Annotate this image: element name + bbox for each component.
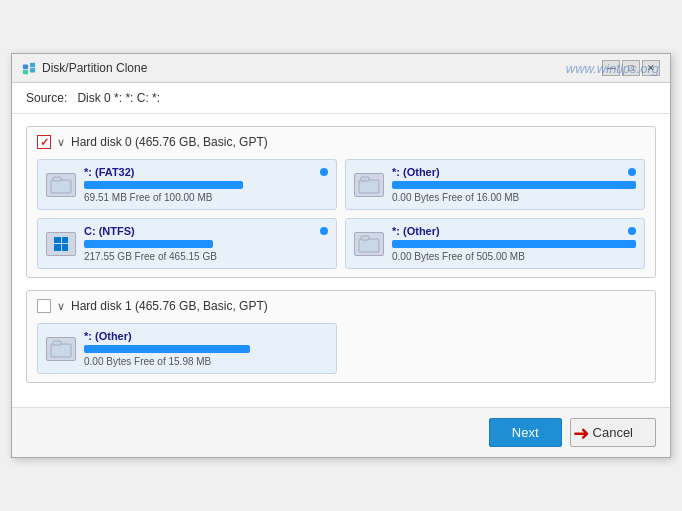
svg-rect-0: [23, 65, 28, 69]
disk1-title: Hard disk 1 (465.76 GB, Basic, GPT): [71, 299, 268, 313]
disk1-group: ∨ Hard disk 1 (465.76 GB, Basic, GPT): [26, 290, 656, 383]
partition-icon-other1: [354, 173, 384, 197]
partition-size-ntfs: 217.55 GB Free of 465.15 GB: [84, 251, 328, 262]
partition-ntfs[interactable]: C: (NTFS) 217.55 GB Free of 465.15 GB: [37, 218, 337, 269]
svg-rect-1: [30, 63, 35, 67]
usage-bar-ntfs: [84, 240, 213, 248]
cancel-button[interactable]: Cancel: [570, 418, 656, 447]
svg-rect-11: [53, 341, 61, 345]
partition-fat32[interactable]: *: (FAT32) 69.51 MB Free of 100.00 MB: [37, 159, 337, 210]
partition-size-fat32: 69.51 MB Free of 100.00 MB: [84, 192, 328, 203]
svg-rect-8: [359, 239, 379, 252]
partition-icon-disk1-other: [46, 337, 76, 361]
partition-info-other1: *: (Other) 0.00 Bytes Free of 16.00 MB: [392, 166, 636, 203]
partition-size-other2: 0.00 Bytes Free of 505.00 MB: [392, 251, 636, 262]
svg-rect-3: [30, 68, 35, 72]
disk1-checkbox[interactable]: [37, 299, 51, 313]
window-title: Disk/Partition Clone: [42, 61, 147, 75]
partition-size-disk1-other: 0.00 Bytes Free of 15.98 MB: [84, 356, 328, 367]
partition-info-other2: *: (Other) 0.00 Bytes Free of 505.00 MB: [392, 225, 636, 262]
partition-dot-other2: [628, 227, 636, 235]
partition-disk1-other[interactable]: *: (Other) 0.00 Bytes Free of 15.98 MB: [37, 323, 337, 374]
partition-dot-other1: [628, 168, 636, 176]
svg-rect-6: [359, 180, 379, 193]
svg-rect-2: [23, 70, 28, 74]
title-controls: — □ ✕: [602, 60, 660, 76]
svg-rect-4: [51, 180, 71, 193]
disk0-title: Hard disk 0 (465.76 GB, Basic, GPT): [71, 135, 268, 149]
disk0-partitions: *: (FAT32) 69.51 MB Free of 100.00 MB: [37, 159, 645, 269]
usage-bar-fat32: [84, 181, 243, 189]
content-area: ∨ Hard disk 0 (465.76 GB, Basic, GPT): [12, 114, 670, 407]
partition-dot-ntfs: [320, 227, 328, 235]
disk0-group: ∨ Hard disk 0 (465.76 GB, Basic, GPT): [26, 126, 656, 278]
window-icon: [22, 61, 36, 75]
svg-rect-10: [51, 344, 71, 357]
partition-name-other1: *: (Other): [392, 166, 636, 178]
minimize-button[interactable]: —: [602, 60, 620, 76]
source-value: Disk 0 *: *: C: *:: [77, 91, 160, 105]
partition-other2[interactable]: *: (Other) 0.00 Bytes Free of 505.00 MB: [345, 218, 645, 269]
usage-bar-other2: [392, 240, 636, 248]
partition-size-other1: 0.00 Bytes Free of 16.00 MB: [392, 192, 636, 203]
partition-name-other2: *: (Other): [392, 225, 636, 237]
next-button[interactable]: Next: [489, 418, 562, 447]
svg-rect-9: [361, 236, 369, 240]
disk0-chevron[interactable]: ∨: [57, 136, 65, 149]
source-row: Source: Disk 0 *: *: C: *:: [12, 83, 670, 114]
disk1-header: ∨ Hard disk 1 (465.76 GB, Basic, GPT): [37, 299, 645, 313]
partition-other1[interactable]: *: (Other) 0.00 Bytes Free of 16.00 MB: [345, 159, 645, 210]
partition-name-fat32: *: (FAT32): [84, 166, 328, 178]
usage-bar-disk1-other: [84, 345, 250, 353]
partition-info-disk1-other: *: (Other) 0.00 Bytes Free of 15.98 MB: [84, 330, 328, 367]
close-button[interactable]: ✕: [642, 60, 660, 76]
partition-info-fat32: *: (FAT32) 69.51 MB Free of 100.00 MB: [84, 166, 328, 203]
disk1-chevron[interactable]: ∨: [57, 300, 65, 313]
source-label: Source:: [26, 91, 67, 105]
windows-logo: [54, 237, 68, 251]
usage-bar-other1: [392, 181, 636, 189]
footer: Next ➜ Cancel: [12, 407, 670, 457]
maximize-button[interactable]: □: [622, 60, 640, 76]
svg-rect-5: [53, 177, 61, 181]
partition-name-ntfs: C: (NTFS): [84, 225, 328, 237]
title-bar-left: Disk/Partition Clone: [22, 61, 147, 75]
title-bar: Disk/Partition Clone — □ ✕: [12, 54, 670, 83]
partition-icon-fat32: [46, 173, 76, 197]
partition-icon-other2: [354, 232, 384, 256]
disk1-partitions: *: (Other) 0.00 Bytes Free of 15.98 MB: [37, 323, 645, 374]
main-window: Disk/Partition Clone — □ ✕ Source: Disk …: [11, 53, 671, 458]
disk0-header: ∨ Hard disk 0 (465.76 GB, Basic, GPT): [37, 135, 645, 149]
partition-name-disk1-other: *: (Other): [84, 330, 328, 342]
partition-info-ntfs: C: (NTFS) 217.55 GB Free of 465.15 GB: [84, 225, 328, 262]
partition-dot-fat32: [320, 168, 328, 176]
disk0-checkbox[interactable]: [37, 135, 51, 149]
partition-icon-ntfs: [46, 232, 76, 256]
svg-rect-7: [361, 177, 369, 181]
